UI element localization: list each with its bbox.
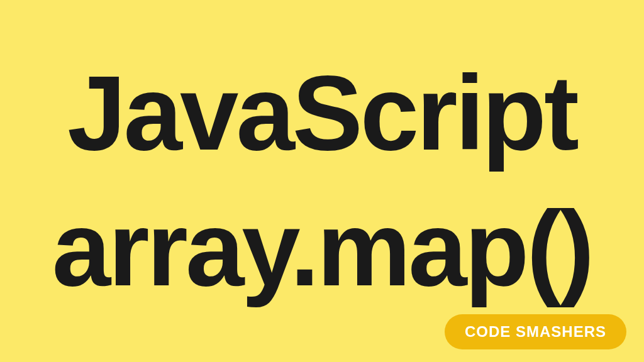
title-container: JavaScript array.map() <box>0 58 644 305</box>
title-line-1: JavaScript <box>0 58 644 168</box>
title-line-2: array.map() <box>0 194 644 304</box>
brand-badge: CODE SMASHERS <box>445 314 626 349</box>
